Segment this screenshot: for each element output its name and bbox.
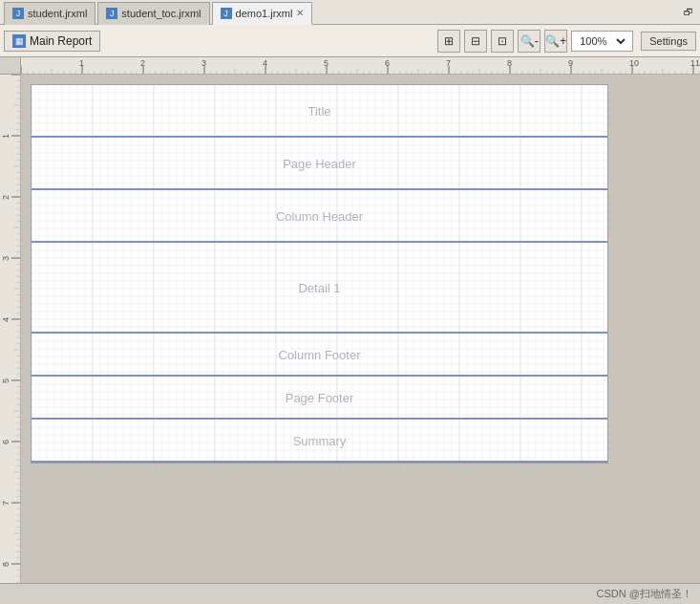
section-column-footer: Column Footer bbox=[32, 334, 607, 377]
section-label-title: Title bbox=[32, 103, 607, 118]
view-options-button[interactable]: ⊟ bbox=[464, 30, 487, 53]
section-label-column-footer: Column Footer bbox=[32, 347, 607, 361]
ruler-vertical bbox=[0, 75, 21, 583]
section-detail1: Detail 1 bbox=[32, 243, 607, 334]
section-label-page-header: Page Header bbox=[32, 156, 607, 170]
restore-button[interactable]: 🗗 bbox=[677, 1, 700, 24]
tab-label-demo1: demo1.jrxml bbox=[236, 8, 293, 19]
ruler-horizontal bbox=[21, 57, 700, 75]
ruler-row bbox=[0, 57, 700, 75]
tab-close-demo1[interactable]: ✕ bbox=[296, 8, 304, 18]
vertical-ruler-canvas bbox=[0, 75, 21, 583]
zoom-display: 100% 75% 150% 200% bbox=[571, 31, 633, 52]
section-label-detail1: Detail 1 bbox=[32, 280, 607, 294]
tab-bar: J student.jrxml J student_toc.jrxml J de… bbox=[0, 0, 700, 25]
section-page-header: Page Header bbox=[32, 138, 607, 190]
section-summary: Summary bbox=[32, 420, 607, 463]
tab-icon-student: J bbox=[12, 8, 24, 19]
main-report-icon: ▦ bbox=[12, 34, 26, 48]
status-bar: CSDN @扫地情圣！ bbox=[0, 583, 700, 604]
report-canvas: TitlePage HeaderColumn HeaderDetail 1Col… bbox=[31, 84, 608, 464]
main-report-button[interactable]: ▦ Main Report bbox=[4, 31, 100, 52]
toolbar: ▦ Main Report ⊞ ⊟ ⊡ 🔍- 🔍+ 100% 75% 150% … bbox=[0, 25, 700, 57]
tab-label-student: student.jrxml bbox=[28, 8, 87, 19]
settings-button[interactable]: Settings bbox=[641, 32, 696, 51]
canvas-area[interactable]: TitlePage HeaderColumn HeaderDetail 1Col… bbox=[21, 75, 700, 583]
tab-student[interactable]: J student.jrxml bbox=[4, 2, 95, 25]
main-area: TitlePage HeaderColumn HeaderDetail 1Col… bbox=[0, 75, 700, 583]
watermark-text: CSDN @扫地情圣！ bbox=[597, 587, 692, 601]
toolbar-right: ⊞ ⊟ ⊡ 🔍- 🔍+ 100% 75% 150% 200% Settings bbox=[437, 30, 696, 53]
main-report-label: Main Report bbox=[30, 34, 92, 48]
section-page-footer: Page Footer bbox=[32, 377, 607, 420]
section-label-column-header: Column Header bbox=[32, 208, 607, 223]
section-label-summary: Summary bbox=[32, 433, 607, 447]
tab-label-student-toc: student_toc.jrxml bbox=[121, 8, 201, 19]
zoom-select[interactable]: 100% 75% 150% 200% bbox=[576, 34, 628, 48]
horizontal-ruler-canvas bbox=[21, 57, 700, 75]
tab-demo1[interactable]: J demo1.jrxml ✕ bbox=[212, 2, 313, 25]
section-column-header: Column Header bbox=[32, 190, 607, 243]
zoom-in-button[interactable]: 🔍+ bbox=[544, 30, 567, 53]
tab-icon-student-toc: J bbox=[106, 8, 117, 19]
section-title: Title bbox=[32, 85, 607, 138]
tab-student-toc[interactable]: J student_toc.jrxml bbox=[97, 2, 209, 25]
tab-icon-demo1: J bbox=[221, 8, 232, 19]
zoom-out-button[interactable]: 🔍- bbox=[518, 30, 541, 53]
fit-page-button[interactable]: ⊞ bbox=[437, 30, 460, 53]
view-toggle-button[interactable]: ⊡ bbox=[491, 30, 514, 53]
ruler-corner bbox=[0, 57, 21, 75]
section-label-page-footer: Page Footer bbox=[32, 390, 607, 404]
